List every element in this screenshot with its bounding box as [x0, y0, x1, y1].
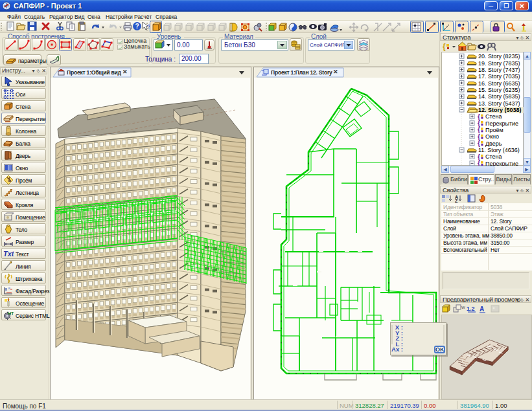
- svg-text:Txt: Txt: [3, 250, 14, 258]
- svg-text:20. Story (8235): 20. Story (8235): [478, 53, 520, 60]
- svg-text:Окно: Окно: [485, 133, 499, 140]
- svg-text:15. Story (6235): 15. Story (6235): [478, 87, 520, 93]
- svg-text:HT: HT: [8, 311, 14, 316]
- svg-text:Стена: Стена: [485, 113, 502, 120]
- svg-text:Перекрытие: Перекрытие: [485, 161, 518, 166]
- svg-text:Стена: Стена: [485, 153, 502, 160]
- svg-text:W: W: [461, 305, 465, 309]
- svg-text:{: {: [478, 140, 480, 147]
- svg-text:16. Story (6635): 16. Story (6635): [478, 80, 520, 87]
- svg-text:{: {: [478, 126, 480, 133]
- svg-text:17. Story (7035): 17. Story (7035): [478, 73, 520, 80]
- svg-text:?: ?: [135, 23, 139, 30]
- svg-text:14. Story (5835): 14. Story (5835): [478, 93, 520, 100]
- svg-text:12. Story (5038): 12. Story (5038): [478, 107, 522, 113]
- svg-text:Z: Z: [455, 199, 458, 203]
- svg-text:A: A: [480, 305, 484, 313]
- svg-text:Дверь: Дверь: [485, 140, 502, 147]
- svg-text:1.2: 1.2: [467, 305, 475, 312]
- svg-text:{: {: [443, 42, 446, 51]
- svg-text:{: {: [478, 113, 480, 120]
- svg-text:18. Story (7437): 18. Story (7437): [478, 67, 520, 73]
- svg-text:19. Story (7835): 19. Story (7835): [478, 60, 520, 67]
- svg-text:{: {: [478, 160, 480, 166]
- svg-text:Перекрытие: Перекрытие: [485, 120, 518, 127]
- svg-text:13. Story (5437): 13. Story (5437): [478, 100, 520, 107]
- svg-text:11. Story (4636): 11. Story (4636): [478, 147, 520, 153]
- svg-text:Проём: Проём: [485, 127, 503, 133]
